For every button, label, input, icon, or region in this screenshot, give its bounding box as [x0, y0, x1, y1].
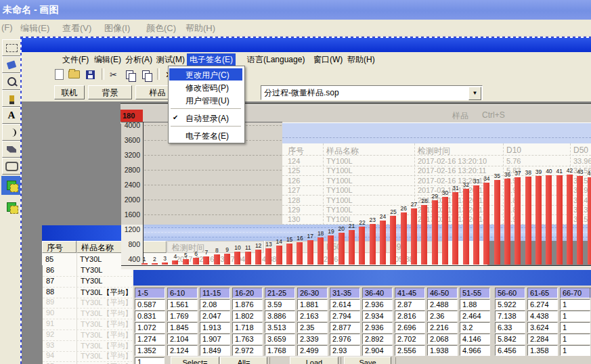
grid-cell[interactable]: 4.966 [460, 345, 490, 356]
polygon-tool-icon[interactable] [2, 141, 21, 158]
grid-cell[interactable]: 1 [560, 311, 590, 321]
paint-title-bar[interactable]: 未命名 - 画图 [0, 0, 591, 20]
grid-cell[interactable]: 2.124 [167, 345, 198, 356]
grid-cell[interactable]: 4.438 [527, 311, 558, 321]
grid-cell[interactable]: 0.587 [135, 299, 165, 310]
grid-cell[interactable]: 7.138 [495, 311, 525, 321]
app-menu-1[interactable]: 编辑(E) [91, 53, 124, 66]
grid-cell[interactable]: 2.936 [362, 299, 393, 310]
grid-cell[interactable]: 2.488 [427, 299, 458, 310]
select-button[interactable]: Select= [171, 357, 219, 364]
selection-opaque-option[interactable] [1, 176, 21, 195]
list-item-88[interactable]: 88TY30L【平均】 [43, 287, 133, 298]
chevron-down-icon[interactable]: ▼ [468, 87, 481, 100]
grid-cell[interactable]: 2.284 [527, 334, 558, 344]
sop-combobox[interactable]: 分过程-微量样品.sop ▼ [261, 85, 483, 100]
app-menu-2[interactable]: 分析(A) [123, 53, 155, 66]
save-button[interactable]: Save [344, 357, 391, 364]
toolbar-button-1[interactable]: 背景 [88, 85, 132, 99]
grid-cell[interactable]: 1.913 [200, 322, 230, 333]
grid-cell[interactable]: 2.163 [297, 311, 328, 321]
paint-menu-5[interactable]: 帮助(H) [185, 22, 215, 35]
load-button[interactable]: Load [290, 357, 338, 364]
grid-cell[interactable]: 2.047 [200, 311, 230, 321]
menu-item-1[interactable]: 修改密码(P) [169, 81, 242, 93]
grid-cell[interactable]: 2.87 [395, 299, 425, 310]
grid-cell[interactable]: 2.892 [362, 334, 393, 344]
grid-cell[interactable]: 2.972 [232, 345, 263, 356]
app-menu-5[interactable]: 语言(Language) [244, 53, 307, 66]
list-item-95[interactable]: 95TY30L【平均】 [43, 361, 133, 364]
brush-tool-icon[interactable] [2, 90, 21, 107]
open-file-icon[interactable] [68, 68, 81, 81]
grid-cell[interactable]: 1.274 [135, 334, 165, 344]
grid-cell[interactable]: 2.93 [330, 345, 360, 356]
paint-menu-4[interactable]: 颜色(C) [146, 22, 176, 35]
grid-cell[interactable]: 2.904 [362, 345, 393, 356]
grid-cell[interactable]: 2.794 [330, 311, 360, 321]
grid-cell[interactable]: 1.845 [167, 322, 198, 333]
grid-cell[interactable]: 4.146 [460, 334, 490, 344]
grid-cell[interactable]: 2.339 [297, 334, 328, 344]
menu-item-2[interactable]: 用户管理(U) [169, 94, 242, 106]
list-item-90[interactable]: 90TY30L【平均】 [43, 308, 133, 319]
grid-cell[interactable]: 6.33 [495, 322, 525, 333]
grid-cell[interactable]: 1.768 [265, 345, 295, 356]
paint-menu-0[interactable]: (F) [1, 22, 13, 32]
grid-cell[interactable]: 2.976 [330, 334, 360, 344]
grid-cell[interactable]: 1.072 [135, 322, 165, 333]
left-window-title-bar[interactable] [42, 225, 132, 241]
paint-menu-3[interactable]: 图像(I) [104, 22, 130, 35]
grid-cell[interactable]: 1.763 [232, 334, 263, 344]
select-tool-icon[interactable] [2, 39, 21, 56]
rounded-rect-tool-icon[interactable] [2, 158, 21, 175]
app-menu-4[interactable]: 电子签名(E) [187, 53, 236, 66]
grid-cell[interactable]: 2.934 [362, 311, 393, 321]
grid-cell[interactable]: 1.907 [200, 334, 230, 344]
app-menu-3[interactable]: 测试(M) [154, 53, 188, 66]
grid-cell[interactable]: 3.659 [265, 334, 295, 344]
grid-cell[interactable]: 1 [560, 345, 590, 356]
grid-cell[interactable]: 2.464 [460, 311, 490, 321]
grid-cell[interactable]: 2.816 [395, 311, 425, 321]
grid-cell[interactable]: 2.08 [200, 299, 230, 310]
left-header-num[interactable]: 序号 [42, 241, 76, 253]
grid-cell[interactable]: 6.274 [527, 299, 558, 310]
grid-cell[interactable]: 2.068 [427, 334, 458, 344]
grid-cell[interactable]: 1.938 [427, 345, 458, 356]
app-menu-7[interactable]: 帮助(H) [345, 53, 378, 66]
grid-cell[interactable]: 0.831 [135, 311, 165, 321]
list-item-92[interactable]: 92TY30L【平均】 [43, 329, 133, 341]
paste-icon[interactable] [139, 68, 152, 81]
grid-cell[interactable]: 2.35 [297, 322, 328, 333]
paint-menu-2[interactable]: 查看(V) [62, 22, 91, 35]
grid-cell[interactable]: 5.922 [495, 299, 525, 310]
list-item-91[interactable]: 91TY30L【平均】 [43, 319, 133, 330]
grid-cell[interactable]: 6.456 [495, 345, 525, 356]
grid-count-input[interactable]: 1 [135, 357, 165, 364]
grid-cell[interactable]: 2.702 [395, 334, 425, 344]
grid-cell[interactable]: 1.802 [232, 311, 263, 321]
grid-cell[interactable]: 1.881 [297, 299, 328, 310]
new-file-icon[interactable] [53, 68, 66, 81]
grid-window-title-bar[interactable] [133, 270, 591, 286]
grid-cell[interactable]: 1.352 [135, 345, 165, 356]
grid-cell[interactable]: 1 [560, 299, 590, 310]
list-item-93[interactable]: 93TY30L【平均】 [43, 340, 133, 352]
grid-cell[interactable]: 1.88 [460, 299, 490, 310]
grid-cell[interactable]: 1.769 [167, 311, 198, 321]
grid-cell[interactable]: 3.624 [527, 322, 558, 333]
fill-tool-icon[interactable] [2, 56, 21, 73]
menu-item-6[interactable]: 电子签名(E) [169, 129, 242, 141]
grid-cell[interactable]: 1.561 [167, 299, 198, 310]
grid-cell[interactable]: 1.358 [527, 345, 558, 356]
grid-cell[interactable]: 2.216 [427, 322, 458, 333]
grid-cell[interactable]: 2.614 [330, 299, 360, 310]
list-item-86[interactable]: 86TY30L [43, 265, 133, 277]
menu-item-0[interactable]: 更改用户(C) [169, 68, 242, 81]
magnifier-tool-icon[interactable] [2, 73, 21, 90]
list-item-87[interactable]: 87TY30L [43, 276, 133, 288]
grid-cell[interactable]: 1.876 [232, 299, 263, 310]
grid-cell[interactable]: 5.842 [495, 334, 525, 344]
grid-cell[interactable]: 1.849 [200, 345, 230, 356]
